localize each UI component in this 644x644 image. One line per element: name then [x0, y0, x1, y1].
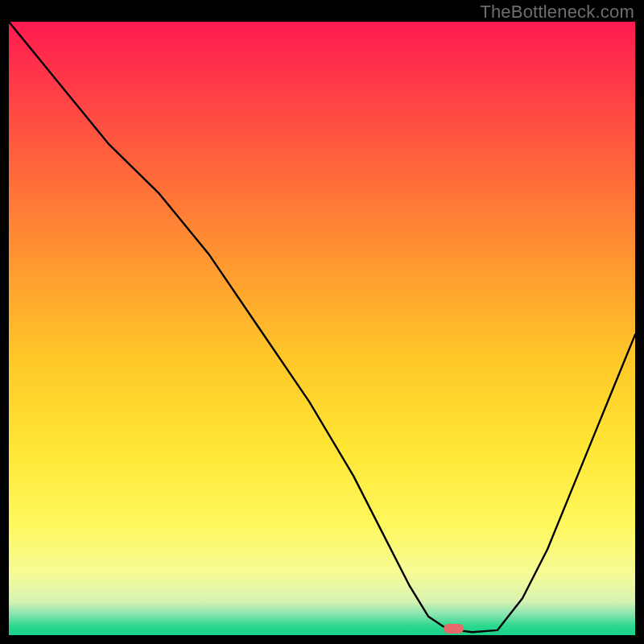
svg-rect-0 [9, 22, 635, 635]
plot-area [9, 22, 635, 635]
plot-gradient [9, 22, 635, 635]
optimal-marker [444, 624, 464, 634]
watermark-text: TheBottleneck.com [480, 2, 634, 23]
